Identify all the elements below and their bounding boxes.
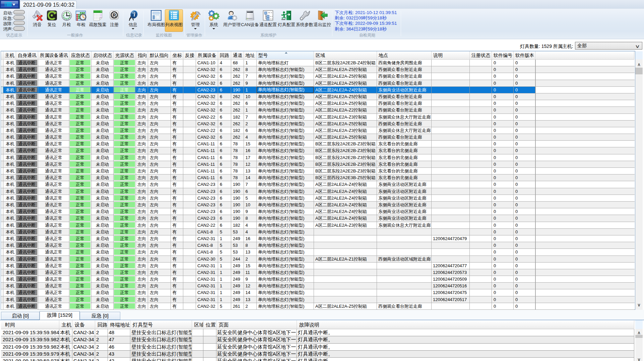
svg-text:i: i xyxy=(134,11,135,18)
svg-text:R: R xyxy=(113,12,116,18)
